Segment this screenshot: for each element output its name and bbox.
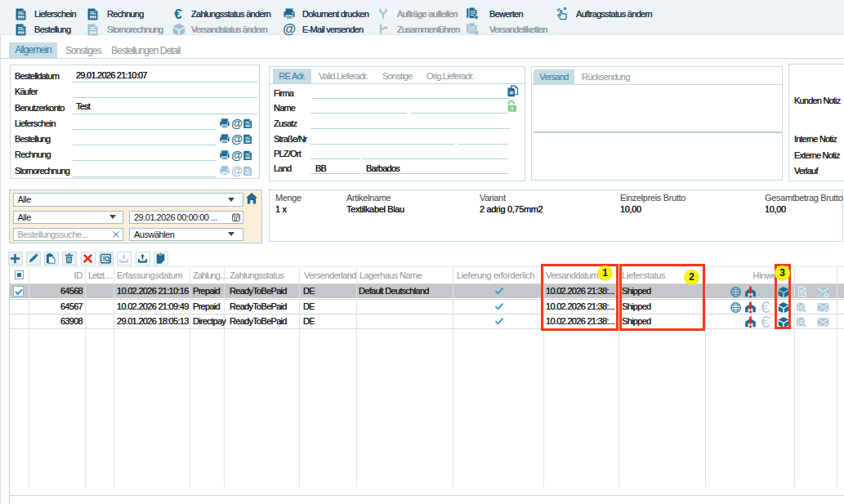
svg-text:123: 123: [246, 140, 250, 143]
svg-text:€: €: [761, 313, 770, 331]
svg-text:@: @: [231, 164, 243, 177]
svg-text:123: 123: [91, 16, 96, 19]
svg-text:123: 123: [91, 31, 96, 34]
svg-text:123: 123: [246, 156, 250, 159]
svg-text:123: 123: [19, 31, 24, 34]
svg-text:@: @: [231, 117, 243, 130]
svg-text:@: @: [283, 21, 296, 36]
svg-text:123: 123: [19, 16, 24, 19]
svg-text:123: 123: [246, 124, 250, 127]
svg-text:123: 123: [246, 172, 250, 175]
svg-text:@: @: [231, 149, 243, 162]
svg-text:€: €: [174, 7, 182, 22]
svg-text:@: @: [231, 132, 243, 145]
